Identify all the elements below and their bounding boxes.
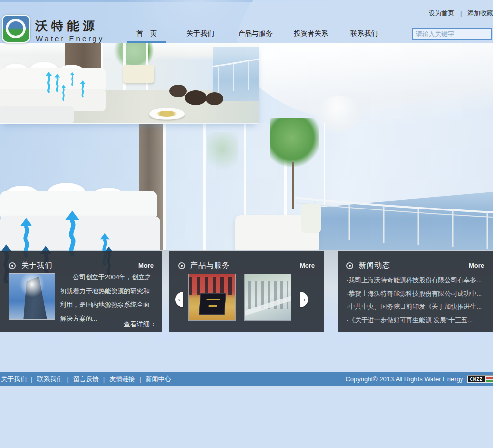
up-arrow-small-icon (80, 80, 86, 98)
about-thumbnail-flare (16, 273, 48, 298)
cnzz-stats-badge[interactable]: CNZZ (467, 375, 493, 383)
nav-item-contact[interactable]: 联系我们 (350, 30, 378, 38)
nav-active-underline (127, 41, 166, 43)
banner-stool (185, 90, 207, 105)
company-logo[interactable] (2, 15, 30, 43)
news-item[interactable]: ·恭贺上海沃特奇能源科技股份有限公司成功中... (346, 287, 488, 300)
search-input[interactable] (413, 30, 493, 38)
brand-subtitle: Water Energy (36, 34, 104, 43)
chevron-right-icon: › (153, 320, 154, 328)
panel-products-more-link[interactable]: More (300, 262, 315, 269)
bullseye-icon (178, 262, 185, 269)
product-image-plaque (199, 293, 226, 315)
nav-item-about[interactable]: 关于我们 (186, 30, 214, 38)
banner-sofa-back (0, 68, 106, 91)
set-home-link[interactable]: 设为首页 (429, 9, 454, 17)
hero-banner (0, 43, 259, 124)
footer-link-about[interactable]: 关于我们 (1, 375, 27, 384)
footer-right: Copyright© 2013.All Rights Water Energy … (345, 372, 493, 386)
about-summary-text: 公司创立于2004年，创立之初就着力于地热能资源的研究和利用，是国内地源热泵系统… (60, 270, 155, 326)
cnzz-badge-bars (486, 377, 493, 382)
footer-separator: | (139, 375, 141, 383)
bullseye-icon (9, 262, 16, 269)
cnzz-badge-label: CNZZ (468, 376, 485, 382)
panel-about-more-link[interactable]: More (138, 262, 154, 269)
footer-bar: 关于我们 | 联系我们 | 留言反馈 | 友情链接 | 新闻中心 Copyrig… (0, 372, 493, 386)
banner-stool (206, 92, 223, 105)
footer-link-friendlinks[interactable]: 友情链接 (109, 375, 135, 384)
news-item[interactable]: ·《关于进一步做好可再生能源 发展“十三五... (346, 313, 488, 327)
banner-plate-food (157, 111, 177, 117)
tree-trunk (292, 162, 294, 209)
up-arrow-small-icon (45, 69, 52, 96)
up-arrow-small-icon (70, 72, 75, 87)
banner-sofa-front (0, 106, 74, 124)
panel-products-header: 产品与服务 More (169, 251, 324, 270)
panel-products: 产品与服务 More ‹ › (169, 251, 324, 332)
plaque-text-line (206, 299, 220, 300)
cnzz-bar-red (486, 377, 493, 379)
panel-news-title: 新闻动态 (359, 261, 390, 270)
topbar-links: 设为首页 | 添加收藏 (429, 9, 493, 18)
product-image-buildings[interactable] (244, 274, 291, 321)
panel-about-title: 关于我们 (21, 261, 53, 270)
about-detail-label: 查看详细 (124, 320, 150, 328)
search-box (412, 28, 492, 40)
footer-separator: | (103, 375, 105, 383)
tree-reflection (207, 132, 238, 174)
footer-link-contact[interactable]: 联系我们 (37, 375, 62, 384)
carousel-prev-button[interactable]: ‹ (175, 292, 183, 307)
nav-item-investors[interactable]: 投资者关系 (294, 30, 328, 38)
footer-link-newscenter[interactable]: 新闻中心 (146, 375, 171, 384)
panel-news: 新闻动态 More ·我司上海沃特奇能源科技股份有限公司有幸参... ·恭贺上海… (338, 251, 493, 332)
banner-plate (149, 107, 185, 120)
bullseye-icon (346, 262, 353, 269)
news-item[interactable]: ·中共中央、国务院日前印发《关于加快推进生... (346, 300, 488, 313)
up-arrow-small-icon (61, 84, 66, 102)
balcony-railing (295, 183, 493, 257)
nav-item-home[interactable]: 首 页 (127, 30, 166, 38)
panel-about-header: 关于我们 More (0, 251, 162, 270)
topbar-separator: | (460, 9, 462, 17)
footer-separator: | (31, 375, 32, 383)
product-image-ceremony[interactable] (188, 274, 236, 321)
panel-products-title: 产品与服务 (190, 261, 230, 270)
news-item[interactable]: ·我司上海沃特奇能源科技股份有限公司有幸参... (346, 273, 488, 287)
banner-stool (169, 85, 187, 97)
up-arrow-small-icon (54, 73, 60, 93)
banner-lounger (123, 65, 154, 83)
footer-separator: | (67, 375, 68, 383)
carousel-next-button[interactable]: › (300, 292, 308, 307)
logo-ring-icon (6, 19, 26, 38)
footer-links: 关于我们 | 联系我们 | 留言反馈 | 友情链接 | 新闻中心 (0, 375, 171, 384)
panel-news-header: 新闻动态 More (338, 251, 493, 270)
plaque-text-line (209, 305, 217, 307)
panel-news-more-link[interactable]: More (469, 262, 484, 269)
tree (270, 118, 319, 167)
page: 设为首页 | 添加收藏 沃特能源 Water Energy 首 页 关于我们 产… (0, 0, 493, 448)
panel-about: 关于我们 More 公司创立于2004年，创立之初就着力于地热能资源的研究和利用… (0, 251, 162, 332)
nav-item-products[interactable]: 产品与服务 (238, 30, 273, 38)
cnzz-bar-green (486, 380, 493, 382)
product-image-people (189, 277, 236, 295)
copyright-text: Copyright© 2013.All Rights Water Energy (345, 375, 463, 383)
footer-link-feedback[interactable]: 留言反馈 (73, 375, 99, 384)
about-thumbnail[interactable] (9, 273, 55, 320)
brand-name: 沃特能源 (35, 18, 98, 34)
lounger-back (301, 204, 321, 233)
add-favorite-link[interactable]: 添加收藏 (467, 9, 493, 17)
news-list: ·我司上海沃特奇能源科技股份有限公司有幸参... ·恭贺上海沃特奇能源科技股份有… (346, 273, 488, 327)
about-detail-link[interactable]: 查看详细› (124, 320, 154, 329)
